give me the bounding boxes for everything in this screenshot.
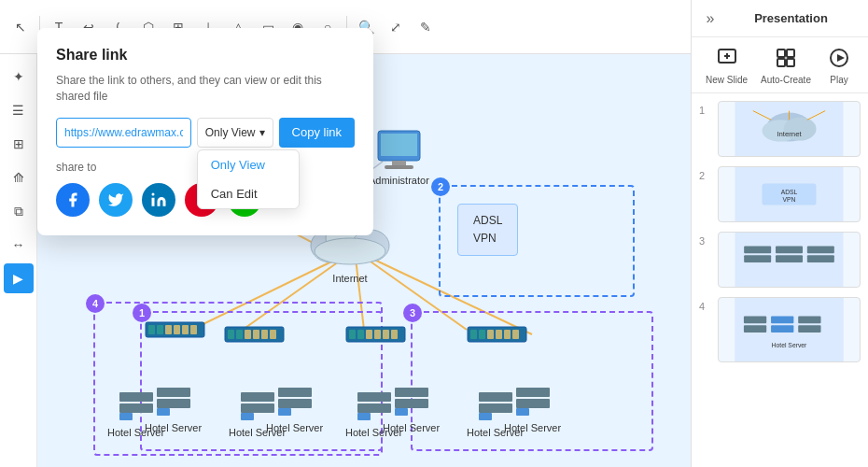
svg-rect-49 <box>278 388 312 397</box>
svg-rect-51 <box>278 408 291 416</box>
svg-rect-34 <box>148 325 155 334</box>
auto-create-action[interactable]: Auto-Create <box>761 45 811 85</box>
ls-icon-grid[interactable]: ⊞ <box>4 129 34 159</box>
slide-item-3[interactable]: 3 <box>699 232 861 288</box>
svg-rect-90 <box>777 50 785 57</box>
svg-rect-92 <box>777 59 785 66</box>
switch-4 <box>467 325 527 346</box>
slide-item-2[interactable]: 2 ADSL VPN <box>699 166 861 222</box>
admin-node: Administrator <box>369 129 429 186</box>
svg-rect-55 <box>395 388 428 397</box>
ls-icon-present[interactable]: ▶ <box>4 263 34 293</box>
play-action[interactable]: Play <box>824 45 854 85</box>
svg-text:VPN: VPN <box>783 196 796 203</box>
svg-rect-110 <box>744 255 771 262</box>
svg-rect-121 <box>798 325 820 333</box>
internet-label: Internet <box>332 273 367 284</box>
svg-rect-76 <box>383 330 389 339</box>
permission-dropdown: Only View Can Edit <box>197 149 300 209</box>
svg-rect-37 <box>174 325 180 334</box>
slide-2-thumb[interactable]: ADSL VPN <box>718 166 861 222</box>
svg-rect-80 <box>479 330 485 339</box>
hotel-server-4c-label: Hotel Server <box>504 422 561 433</box>
svg-rect-42 <box>119 413 133 420</box>
presentation-header: » Presentation <box>692 0 868 37</box>
ls-icon-pen[interactable]: ✦ <box>4 62 34 92</box>
svg-rect-112 <box>776 255 803 262</box>
svg-rect-67 <box>245 330 251 339</box>
svg-rect-66 <box>236 330 243 339</box>
toolbar-cursor[interactable]: ↖ <box>7 14 34 40</box>
svg-rect-93 <box>787 59 794 66</box>
svg-rect-120 <box>798 316 820 323</box>
svg-rect-43 <box>157 388 190 397</box>
svg-rect-56 <box>395 399 428 408</box>
dropdown-can-edit[interactable]: Can Edit <box>198 179 299 208</box>
twitter-share-button[interactable] <box>99 183 133 217</box>
toolbar-edit[interactable]: ✎ <box>413 14 439 40</box>
svg-marker-95 <box>837 54 845 62</box>
svg-rect-54 <box>357 413 371 420</box>
dropdown-only-view[interactable]: Only View <box>198 150 299 179</box>
ls-icon-upload[interactable]: ⟰ <box>4 163 34 192</box>
permission-button[interactable]: Only View <box>197 118 273 148</box>
svg-rect-82 <box>496 330 502 339</box>
new-slide-icon <box>712 45 742 71</box>
svg-rect-69 <box>261 330 268 339</box>
slide-4-thumb[interactable]: Hotel Server <box>718 297 861 362</box>
svg-rect-83 <box>504 330 511 339</box>
new-slide-action[interactable]: New Slide <box>706 45 748 85</box>
svg-rect-45 <box>157 408 170 416</box>
play-label: Play <box>830 75 847 85</box>
svg-rect-24 <box>381 134 417 156</box>
adsl-vpn-node: ADSL VPN <box>457 204 518 256</box>
svg-rect-39 <box>190 325 197 334</box>
presentation-title: Presentation <box>721 11 861 25</box>
svg-rect-109 <box>744 247 771 254</box>
facebook-share-button[interactable] <box>56 183 90 217</box>
admin-label: Administrator <box>369 175 429 186</box>
svg-rect-44 <box>157 399 190 408</box>
svg-rect-36 <box>165 325 172 334</box>
svg-rect-79 <box>470 330 477 339</box>
svg-rect-118 <box>771 316 793 323</box>
svg-rect-26 <box>385 165 413 169</box>
svg-rect-91 <box>787 50 794 57</box>
svg-rect-113 <box>807 247 834 254</box>
slide-item-4[interactable]: 4 Hotel Server <box>699 297 861 362</box>
hotel-server-3b: Hotel Server <box>383 386 440 433</box>
svg-rect-35 <box>157 325 163 334</box>
svg-rect-70 <box>270 330 276 339</box>
linkedin-share-button[interactable] <box>142 183 175 217</box>
svg-rect-72 <box>349 330 356 339</box>
svg-rect-111 <box>776 247 803 254</box>
slide-3-thumb[interactable] <box>718 232 861 288</box>
hotel-server-1c-label: Hotel Server <box>145 422 202 433</box>
copy-link-button[interactable]: Copy link <box>279 118 355 148</box>
region-3-badge: 3 <box>403 304 422 322</box>
panel-expand-button[interactable]: » <box>699 7 721 30</box>
svg-rect-114 <box>807 255 834 262</box>
svg-rect-25 <box>392 161 406 165</box>
ls-icon-copy[interactable]: ⧉ <box>4 196 34 226</box>
hotel-server-2c-label: Hotel Server <box>266 422 323 433</box>
dialog-title: Share link <box>56 47 355 64</box>
ls-icon-expand[interactable]: ↔ <box>4 230 34 260</box>
slide-item-1[interactable]: 1 Internet <box>699 101 861 157</box>
ls-icon-layers[interactable]: ☰ <box>4 95 34 125</box>
slide-1-thumb[interactable]: Internet <box>718 101 861 157</box>
hotel-server-1b: Hotel Server <box>145 386 202 433</box>
slide-2-num: 2 <box>699 166 710 181</box>
svg-rect-85 <box>152 197 155 205</box>
slide-4-num: 4 <box>699 297 710 312</box>
share-link-input[interactable] <box>56 118 191 148</box>
play-icon <box>824 45 854 71</box>
auto-create-label: Auto-Create <box>761 75 811 85</box>
permission-label: Only View <box>205 126 256 139</box>
svg-text:Hotel Server: Hotel Server <box>772 342 808 348</box>
dialog-description: Share the link to others, and they can v… <box>56 73 355 105</box>
right-panel: » Presentation New Slide <box>691 0 868 467</box>
svg-rect-61 <box>516 388 550 397</box>
svg-rect-81 <box>487 330 494 339</box>
toolbar-fit[interactable]: ⤢ <box>383 14 409 40</box>
